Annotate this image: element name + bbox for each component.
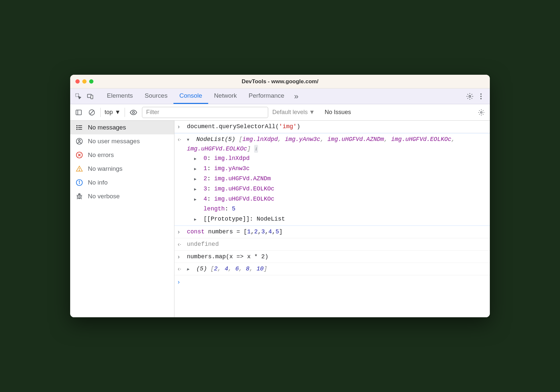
code-num: 2 — [254, 228, 258, 235]
sidebar-item-warnings[interactable]: No warnings — [70, 162, 174, 176]
code-text: numbers = [ — [208, 228, 247, 235]
item-value: img.yAnw3c — [214, 165, 250, 172]
code-keyword: const — [187, 228, 205, 235]
svg-line-35 — [77, 198, 78, 199]
maximize-window-button[interactable] — [89, 79, 93, 84]
minimize-window-button[interactable] — [82, 79, 87, 84]
svg-point-12 — [481, 111, 482, 113]
code-num: 5 — [275, 228, 279, 235]
input-marker-icon: › — [178, 277, 187, 287]
console-prompt[interactable]: › — [174, 275, 490, 289]
proto-label: [[Prototype]] — [204, 216, 250, 222]
settings-gear-icon[interactable] — [466, 93, 473, 100]
code-num: 4 — [269, 228, 272, 235]
sidebar-item-info[interactable]: No info — [70, 176, 174, 189]
output-marker-icon: ‹· — [178, 264, 187, 274]
log-levels-dropdown[interactable]: Default levels ▼ — [272, 109, 315, 116]
expand-triangle-icon[interactable]: ▶ — [194, 217, 199, 223]
svg-point-17 — [77, 127, 77, 128]
code-num: 6 — [235, 265, 239, 272]
expand-triangle-icon[interactable]: ▶ — [194, 176, 199, 183]
code-num: 3 — [261, 228, 265, 235]
sidebar-item-label: No info — [88, 179, 108, 186]
issues-status[interactable]: No Issues — [325, 109, 351, 116]
console-input-row[interactable]: › numbers.map(x => x * 2) — [174, 251, 490, 263]
sidebar-item-label: No errors — [88, 151, 114, 159]
expand-triangle-icon[interactable]: ▶ — [194, 186, 199, 193]
tab-console[interactable]: Console — [173, 88, 208, 104]
svg-point-5 — [480, 96, 482, 97]
output-marker-icon: ‹· — [178, 240, 187, 249]
inspect-element-icon[interactable] — [75, 93, 82, 100]
info-badge-icon[interactable]: i — [254, 145, 258, 153]
titlebar: DevTools - www.google.com/ — [70, 75, 490, 88]
console-result-row[interactable]: ‹· ▶ (5) [2, 4, 6, 8, 10] — [174, 263, 490, 275]
error-icon — [75, 151, 83, 159]
expand-triangle-icon[interactable]: ▼ — [187, 137, 191, 143]
input-marker-icon: › — [178, 252, 187, 262]
output-marker-icon: ‹· — [178, 135, 187, 144]
console-settings-gear-icon[interactable] — [477, 108, 486, 117]
more-menu-icon[interactable] — [477, 93, 485, 100]
console-result-row[interactable]: ‹· ▼ NodeList(5) [img.lnXdpd, img.yAnw3c… — [174, 133, 490, 226]
length-label: length — [204, 206, 225, 212]
svg-point-11 — [132, 111, 134, 113]
sidebar-item-label: No messages — [88, 124, 126, 131]
nodelist-item: img.lnXdpd — [242, 136, 278, 143]
item-index: 3 — [204, 186, 207, 192]
clear-console-icon[interactable] — [87, 108, 96, 117]
sidebar-item-verbose[interactable]: No verbose — [70, 189, 174, 203]
expand-triangle-icon[interactable]: ▶ — [194, 197, 199, 203]
info-icon — [75, 179, 83, 186]
tab-elements[interactable]: Elements — [101, 88, 139, 104]
tabs-overflow-icon[interactable]: » — [290, 88, 302, 104]
nodelist-item: img.yAnw3c — [285, 136, 320, 143]
code-num: 2 — [214, 265, 218, 272]
context-label: top — [105, 109, 113, 116]
expand-triangle-icon[interactable]: ▶ — [187, 266, 191, 273]
sidebar-item-user-messages[interactable]: No user messages — [70, 134, 174, 148]
code-num: 1 — [247, 228, 251, 235]
svg-point-3 — [469, 95, 471, 97]
tab-network[interactable]: Network — [208, 88, 243, 104]
svg-line-10 — [90, 110, 94, 114]
code-text: numbers.map(x => x * 2) — [187, 252, 487, 262]
console-input-row[interactable]: › const numbers = [1,2,3,4,5] — [174, 226, 490, 238]
device-toolbar-icon[interactable] — [87, 93, 94, 100]
user-icon — [75, 137, 83, 145]
nodelist-item: img.uHGFVd.AZNDm — [328, 136, 384, 143]
sidebar-toggle-icon[interactable] — [74, 108, 83, 117]
code-text: ) — [297, 123, 300, 130]
sidebar-item-messages[interactable]: No messages — [70, 121, 174, 134]
nodelist-item: img.uHGFVd.EOLKOc — [187, 146, 247, 152]
list-icon — [75, 124, 83, 131]
tab-sources[interactable]: Sources — [139, 88, 173, 104]
svg-point-20 — [78, 140, 80, 142]
expand-triangle-icon[interactable]: ▶ — [194, 156, 199, 162]
input-marker-icon: › — [178, 227, 187, 237]
nodelist-expanded: ▶ 0: img.lnXdpd ▶ 1: img.yAnw3c ▶ 2: img… — [178, 153, 487, 224]
svg-rect-2 — [91, 95, 93, 99]
sidebar-item-label: No user messages — [88, 138, 140, 145]
context-selector[interactable]: top ▼ — [105, 109, 121, 116]
code-string: 'img' — [279, 123, 297, 130]
svg-point-6 — [480, 98, 482, 99]
expand-triangle-icon[interactable]: ▶ — [194, 166, 199, 172]
dropdown-triangle-icon: ▼ — [115, 109, 121, 116]
nodelist-label: NodeList(5) — [196, 136, 235, 143]
console-result-row[interactable]: ‹· undefined — [174, 238, 490, 251]
live-expression-icon[interactable] — [129, 108, 138, 117]
svg-point-18 — [77, 129, 77, 130]
traffic-lights — [75, 79, 93, 84]
code-num: 4 — [225, 265, 228, 272]
console-input-row[interactable]: › document.querySelectorAll('img') — [174, 121, 490, 133]
proto-value: NodeList — [257, 216, 285, 222]
svg-line-32 — [81, 195, 82, 196]
filter-input[interactable] — [142, 107, 269, 118]
sidebar-item-errors[interactable]: No errors — [70, 148, 174, 162]
console-output[interactable]: › document.querySelectorAll('img') ‹· ▼ … — [174, 121, 490, 317]
bug-icon — [75, 192, 83, 200]
tab-performance[interactable]: Performance — [243, 88, 290, 104]
svg-point-16 — [77, 126, 77, 126]
close-window-button[interactable] — [75, 79, 80, 84]
